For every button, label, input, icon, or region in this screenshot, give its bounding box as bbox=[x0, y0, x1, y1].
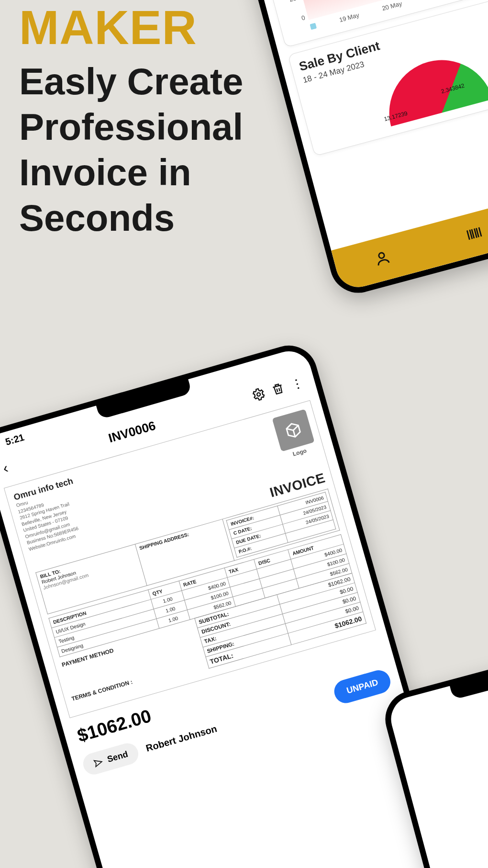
more-icon[interactable]: ⋯ bbox=[288, 376, 307, 393]
svg-point-0 bbox=[378, 252, 385, 259]
tab-bar bbox=[331, 177, 488, 292]
profile-icon[interactable] bbox=[372, 248, 393, 270]
y-axis: 1000 800 600 400 200 0 bbox=[259, 0, 306, 25]
hero-subtitle: Easly Create Professional Invoice in Sec… bbox=[19, 59, 268, 241]
trash-icon[interactable] bbox=[270, 381, 287, 399]
barcode-icon[interactable] bbox=[464, 224, 485, 246]
settings-icon[interactable] bbox=[250, 386, 267, 405]
send-icon bbox=[92, 756, 104, 768]
brand-word: MAKER bbox=[19, 0, 268, 55]
back-icon[interactable]: ‹ bbox=[0, 457, 14, 480]
svg-point-1 bbox=[256, 393, 261, 397]
marketing-hero: MAKER Easly Create Professional Invoice … bbox=[19, 0, 268, 241]
